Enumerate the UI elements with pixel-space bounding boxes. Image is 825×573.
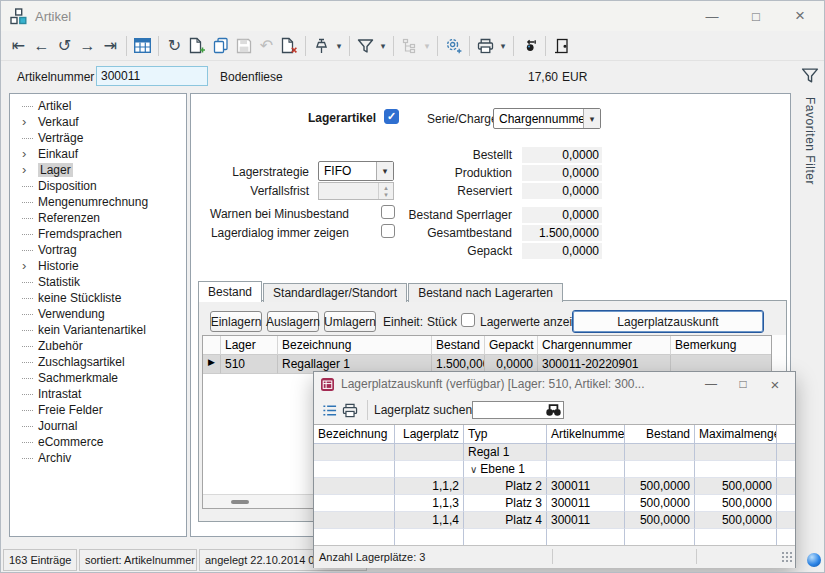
filter-caret-icon[interactable]: ▾ [377,34,389,58]
expand-chevron-icon: › [22,163,33,177]
favoriten-filter-icon[interactable] [801,67,819,84]
tree-item-einkauf[interactable]: ›Einkauf [10,146,186,162]
lagerartikel-checkbox[interactable]: ✓ [384,109,399,124]
col-chargennummer[interactable]: Chargennummer [538,336,671,355]
umlagern-button[interactable]: Umlagern [324,311,376,332]
close-button[interactable]: × [778,1,822,31]
title-bar: Artikel — □ × [1,1,824,31]
tree-view-icon[interactable] [398,34,421,58]
lagerplatz-row[interactable]: 1,1,2 Platz 2 300011 500,0000 500,0000 [314,478,795,495]
settings-gear-icon[interactable] [442,34,465,58]
col-bestand[interactable]: Bestand [432,336,485,355]
col-maximalmenge[interactable]: Maximalmenge [695,425,777,444]
tree-item-vertraege[interactable]: Verträge [10,130,186,146]
copy-icon[interactable] [209,34,232,58]
dialog-print-icon[interactable] [339,398,361,422]
favoriten-filter-label[interactable]: Favoriten Filter [803,97,817,185]
tree-item-fremdsprachen[interactable]: Fremdsprachen [10,226,186,242]
dialog-maximize-button[interactable]: □ [727,372,759,396]
tab-bestand-nach-lagerarten[interactable]: Bestand nach Lagerarten [408,283,563,302]
tab-standardlager-standort[interactable]: Standardlager/Standort [263,283,407,302]
col-lagerplatz[interactable]: Lagerplatz [395,425,464,444]
auslagern-button[interactable]: Auslagern [267,311,319,332]
minimize-button[interactable]: — [690,1,734,31]
tree-item-kein-variantenartikel[interactable]: kein Variantenartikel [10,322,186,338]
serie-charge-combobox[interactable]: Chargennummer ▾ [493,108,601,129]
scrollbar-thumb[interactable] [231,500,249,504]
tree-item-disposition[interactable]: Disposition [10,178,186,194]
first-record-icon[interactable]: ⇤ [7,34,30,58]
tree-item-statistik[interactable]: Statistik [10,274,186,290]
price-value: 17,60 [528,70,558,84]
main-toolbar: ⇤ ← ↺ → ⇥ ↻ ↶ ▾ ▾ [1,31,824,61]
warnen-minusbestand-checkbox[interactable] [381,205,395,219]
tree-item-zuschlagsartikel[interactable]: Zuschlagsartikel [10,354,186,370]
lagerwerte-checkbox[interactable] [461,313,475,327]
col-gepackt[interactable]: Gepackt [485,336,538,355]
lagerdialog-checkbox[interactable] [381,224,395,238]
tree-item-archiv[interactable]: Archiv [10,450,186,466]
tree-item-verwendung[interactable]: Verwendung [10,306,186,322]
lagerplatz-row[interactable]: 1,1,3 Platz 3 300011 500,0000 500,0000 [314,495,795,512]
tab-bestand[interactable]: Bestand [198,281,262,302]
tree-item-mengenumrechnung[interactable]: Mengenumrechnung [10,194,186,210]
col-lager[interactable]: Lager [221,336,278,355]
expand-chevron-icon: › [22,115,33,129]
dialog-title-bar: Lagerplatzauskunft (verfügbar) [Lager: 5… [314,372,795,396]
tree-item-ecommerce[interactable]: eCommerce [10,434,186,450]
tree-item-verkauf[interactable]: ›Verkauf [10,114,186,130]
tree-item-intrastat[interactable]: Intrastat [10,386,186,402]
table-view-icon[interactable] [131,34,154,58]
print-caret-icon[interactable]: ▾ [497,34,509,58]
maximize-button[interactable]: □ [734,1,778,31]
collapse-chevron-icon[interactable]: ∨ [470,464,477,475]
print-icon[interactable] [474,34,497,58]
last-record-icon[interactable]: ⇥ [99,34,122,58]
search-binoculars-icon[interactable] [545,403,562,417]
col-bestand[interactable]: Bestand [625,425,695,444]
artikelnummer-input[interactable] [96,66,208,86]
col-artikelnummer[interactable]: Artikelnummer [547,425,625,444]
pin-caret-icon[interactable]: ▾ [333,34,345,58]
group-row-ebene[interactable]: ∨Ebene 1 [314,461,795,478]
save-icon[interactable] [232,34,255,58]
tree-item-zubehoer[interactable]: Zubehör [10,338,186,354]
undo-icon[interactable]: ↶ [255,34,278,58]
next-record-icon[interactable]: → [76,34,99,58]
resize-grip[interactable] [780,550,793,563]
exit-door-icon[interactable] [550,34,573,58]
filter-icon[interactable] [354,34,377,58]
tree-item-keine-stueckliste[interactable]: keine Stückliste [10,290,186,306]
dialog-minimize-button[interactable]: — [695,372,727,396]
dialog-title: Lagerplatzauskunft (verfügbar) [Lager: 5… [341,377,651,391]
delete-record-icon[interactable] [278,34,301,58]
tree-view-caret-icon[interactable]: ▾ [421,34,433,58]
col-bezeichnung[interactable]: Bezeichnung [314,425,395,444]
tree-item-referenzen[interactable]: Referenzen [10,210,186,226]
tree-item-artikel[interactable]: Artikel [10,98,186,114]
tree-item-vortrag[interactable]: Vortrag [10,242,186,258]
col-typ[interactable]: Typ [464,425,547,444]
lagerplatzauskunft-button[interactable]: Lagerplatzauskunft [572,310,764,333]
tree-item-sachmerkmale[interactable]: Sachmerkmale [10,370,186,386]
list-view-icon[interactable] [319,398,339,422]
tree-item-historie[interactable]: ›Historie [10,258,186,274]
lagerstrategie-combobox[interactable]: FIFO ▾ [318,161,394,181]
col-bezeichnung[interactable]: Bezeichnung [278,336,432,355]
einlagern-button[interactable]: Einlagern [210,311,262,332]
tree-item-freie-felder[interactable]: Freie Felder [10,402,186,418]
previous-record-icon[interactable]: ← [30,34,53,58]
col-bemerkung[interactable]: Bemerkung [671,336,771,355]
pin-icon[interactable] [310,34,333,58]
price-currency: EUR [562,70,587,84]
refresh-icon[interactable]: ↻ [163,34,186,58]
new-record-icon[interactable] [186,34,209,58]
lagerplatz-row[interactable]: 1,1,4 Platz 4 300011 500,0000 500,0000 [314,512,795,529]
dialog-close-button[interactable]: × [759,372,791,396]
group-row-regal[interactable]: Regal 1 [314,444,795,461]
tree-item-lager[interactable]: ›Lager [10,162,186,178]
tree-item-journal[interactable]: Journal [10,418,186,434]
verfallsfrist-spinner[interactable]: ▴▾ [318,182,394,200]
history-icon[interactable]: ↺ [53,34,76,58]
data-navigate-icon[interactable] [518,34,541,58]
